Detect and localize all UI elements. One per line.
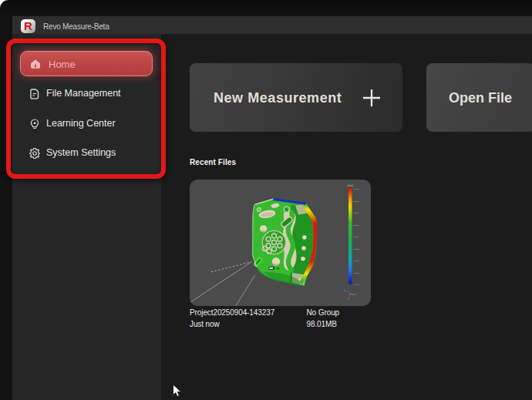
svg-text:-0.2500: -0.2500 — [353, 248, 360, 250]
svg-text:-0.7500: -0.7500 — [353, 272, 360, 274]
svg-text:-0.5000: -0.5000 — [353, 260, 360, 262]
svg-text:0.5000: 0.5000 — [353, 212, 359, 214]
svg-text:0.2500: 0.2500 — [353, 224, 359, 227]
svg-text:z: z — [355, 293, 356, 296]
svg-text:0.7500: 0.7500 — [353, 200, 359, 203]
svg-text:1.0000: 1.0000 — [353, 188, 359, 190]
svg-text:[mm]: [mm] — [348, 184, 353, 187]
svg-text:-1.0000: -1.0000 — [353, 284, 360, 286]
svg-text:y: y — [344, 289, 345, 292]
svg-text:0.0000: 0.0000 — [353, 236, 359, 238]
svg-text:x: x — [348, 297, 349, 301]
